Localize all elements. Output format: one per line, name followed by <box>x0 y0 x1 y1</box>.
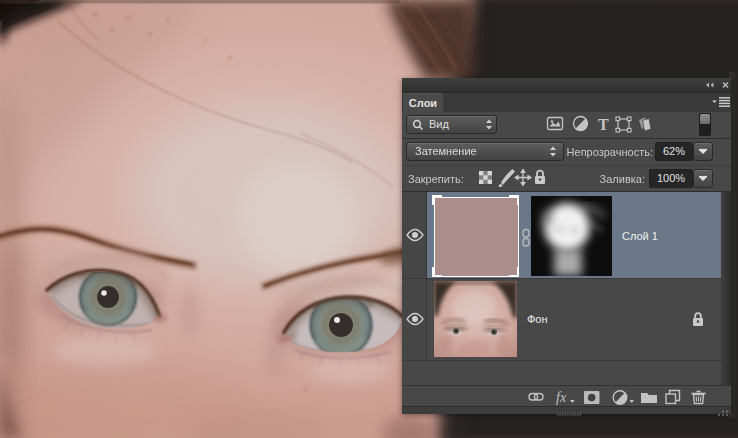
svg-text:Затемнение: Затемнение <box>415 145 477 157</box>
svg-text:T: T <box>598 116 609 133</box>
svg-text:Вид: Вид <box>429 118 449 130</box>
svg-text:fx: fx <box>556 390 567 405</box>
